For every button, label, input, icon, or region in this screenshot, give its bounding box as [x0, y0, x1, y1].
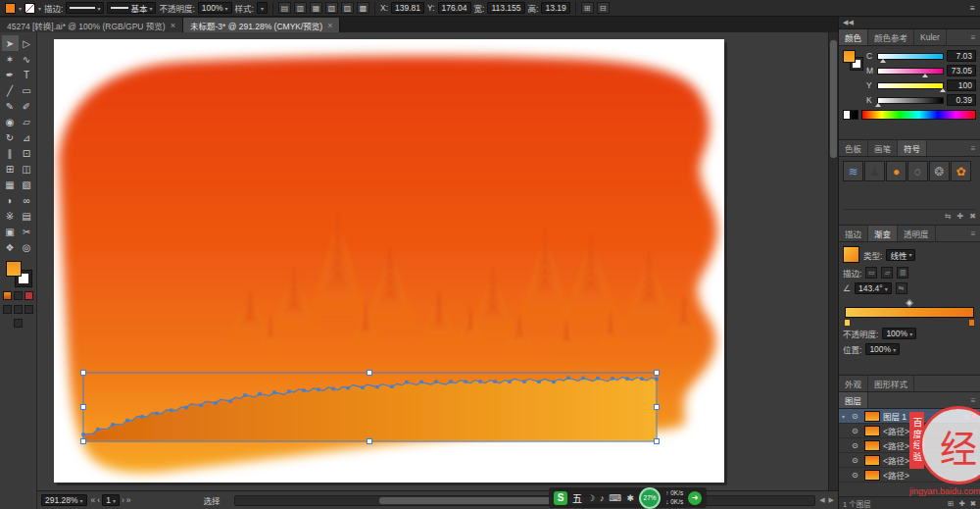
panel-menu-icon[interactable]: ≡ [970, 3, 975, 13]
expand-button[interactable]: ➜ [688, 491, 702, 505]
color-fill-stroke-proxy[interactable] [843, 50, 862, 70]
progress-indicator[interactable]: 27% [639, 487, 661, 509]
eraser-tool[interactable]: ▱ [19, 114, 35, 129]
visibility-icon[interactable]: ⊙ [852, 471, 861, 480]
stroke-color-swatch[interactable] [24, 3, 35, 14]
slider-thumb[interactable] [940, 88, 946, 92]
visibility-icon[interactable]: ⊙ [852, 427, 861, 435]
perspective-grid-tool[interactable]: ◫ [19, 161, 35, 177]
tab-close-icon[interactable]: × [327, 21, 332, 30]
draw-normal-mode[interactable] [3, 305, 12, 314]
width-input[interactable]: 113.155 [487, 2, 524, 14]
slider-thumb[interactable] [875, 103, 881, 107]
align-center-icon[interactable]: ▥ [294, 2, 307, 14]
align-right-icon[interactable]: ▦ [310, 2, 322, 14]
symbol-sprayer-tool[interactable]: ※ [2, 208, 19, 224]
color-tab-1[interactable]: 颜色参考 [868, 29, 914, 45]
none-button[interactable] [24, 291, 33, 300]
next-artboard-button[interactable]: › [122, 495, 124, 505]
width-tool[interactable]: ∥ [2, 145, 19, 161]
gradient-bar[interactable] [845, 307, 974, 318]
rotate-tool[interactable]: ↻ [2, 129, 19, 145]
shear-icon[interactable]: ⊟ [597, 2, 610, 14]
color-panel-menu-icon[interactable]: ≡ [966, 29, 980, 45]
channel-slider[interactable] [877, 53, 944, 60]
grad-tab-2[interactable]: 透明度 [898, 226, 936, 241]
height-input[interactable]: 13.19 [541, 2, 569, 14]
blob-brush-tool[interactable]: ◉ [2, 114, 19, 129]
settings-icon[interactable]: ✱ [627, 493, 635, 503]
gradient-stop-right[interactable] [968, 319, 975, 327]
stroke-across-icon[interactable]: ▥ [897, 267, 908, 279]
channel-value[interactable]: 73.05 [947, 65, 976, 76]
opacity-select[interactable]: 100%▾ [198, 2, 232, 14]
line-segment-tool[interactable]: ╱ [2, 82, 19, 98]
transform-icon[interactable]: ⊞ [581, 2, 594, 14]
visibility-icon[interactable]: ⊙ [852, 412, 861, 421]
fill-color-swatch[interactable] [5, 3, 16, 14]
channel-slider[interactable] [877, 97, 944, 104]
moon-icon[interactable]: ☽ [587, 493, 595, 503]
channel-slider[interactable] [877, 68, 944, 75]
selection-tool[interactable]: ➤ [2, 35, 19, 51]
color-tab-0[interactable]: 颜色 [839, 29, 868, 45]
slice-tool[interactable]: ✂ [19, 224, 35, 239]
gradient-stop-left[interactable] [844, 319, 851, 327]
magic-wand-tool[interactable]: ✶ [2, 51, 19, 67]
align-middle-icon[interactable]: ▨ [341, 2, 354, 14]
swatches-panel-menu-icon[interactable]: ≡ [966, 140, 980, 156]
zoom-select[interactable]: 291.28%▾ [41, 494, 87, 506]
keyboard-icon[interactable]: ⌨ [610, 493, 622, 503]
collapse-dock-button[interactable]: ◀◀ [843, 19, 854, 26]
slider-thumb[interactable] [922, 74, 928, 77]
input-method-indicator[interactable]: 五 [572, 490, 582, 505]
symbol-grid[interactable]: ≋ [843, 161, 863, 181]
eyedropper-tool[interactable]: ◗ [2, 192, 19, 208]
rectangle-tool[interactable]: ▭ [19, 82, 35, 98]
mesh-tool[interactable]: ▦ [2, 177, 19, 192]
first-artboard-button[interactable]: « [91, 495, 96, 505]
color-tab-2[interactable]: Kuler [914, 29, 947, 45]
shape-builder-tool[interactable]: ⊞ [2, 161, 19, 177]
appearance-tab-0[interactable]: 外观 [839, 376, 868, 391]
tab-layers[interactable]: 图层 [839, 392, 868, 408]
brush-definition-select[interactable]: 基本▾ [107, 2, 156, 14]
swatch-tab-2[interactable]: 符号 [898, 140, 927, 156]
appearance-tab-1[interactable]: 图形样式 [868, 376, 914, 391]
stroke-dropdown-arrow[interactable]: ▾ [38, 5, 41, 12]
expander-icon[interactable]: ▾ [842, 413, 849, 420]
document-tab-2[interactable]: 未标题-3* @ 291.28% (CMYK/预览)× [183, 18, 340, 32]
color-button[interactable] [3, 291, 12, 300]
fill-dropdown-arrow[interactable]: ▾ [19, 5, 22, 12]
draw-behind-mode[interactable] [14, 305, 23, 314]
gradient-button[interactable] [14, 291, 23, 300]
draw-inside-mode[interactable] [24, 305, 33, 314]
prev-artboard-button[interactable]: ‹ [97, 495, 100, 505]
fill-stroke-widget[interactable] [6, 261, 31, 286]
visibility-icon[interactable]: ⊙ [852, 441, 861, 450]
fill-proxy[interactable] [6, 261, 22, 277]
scroll-right-arrow[interactable]: ▶ [829, 496, 834, 504]
slider-thumb[interactable] [880, 59, 886, 63]
vertical-scroll-thumb[interactable] [830, 40, 837, 158]
symbol-gear[interactable]: ❂ [929, 161, 950, 181]
stroke-within-icon[interactable]: ▭ [865, 267, 877, 279]
free-transform-tool[interactable]: ⊡ [19, 145, 35, 161]
direct-selection-tool[interactable]: ▷ [19, 35, 35, 51]
grad-tab-0[interactable]: 描边 [839, 226, 868, 241]
music-icon[interactable]: ♪ [600, 493, 605, 503]
x-input[interactable]: 139.81 [391, 2, 424, 14]
artboard-tool[interactable]: ▣ [2, 224, 19, 239]
y-input[interactable]: 176.04 [438, 2, 471, 14]
reverse-gradient-icon[interactable]: ⇋ [896, 282, 907, 294]
gradient-thumbnail[interactable] [843, 246, 859, 263]
gradient-angle-input[interactable]: 143.4°▾ [855, 282, 892, 294]
scroll-left-arrow[interactable]: ◀ [819, 496, 824, 504]
screen-mode-button[interactable] [14, 319, 23, 328]
swatch-tab-0[interactable]: 色板 [839, 140, 868, 156]
color-spectrum[interactable] [861, 110, 976, 120]
gradient-slider[interactable] [843, 300, 976, 324]
symbol-flower[interactable]: ✿ [951, 161, 971, 181]
symbol-link-icon[interactable]: ⇆ [945, 212, 952, 221]
canvas-area[interactable] [37, 32, 828, 490]
